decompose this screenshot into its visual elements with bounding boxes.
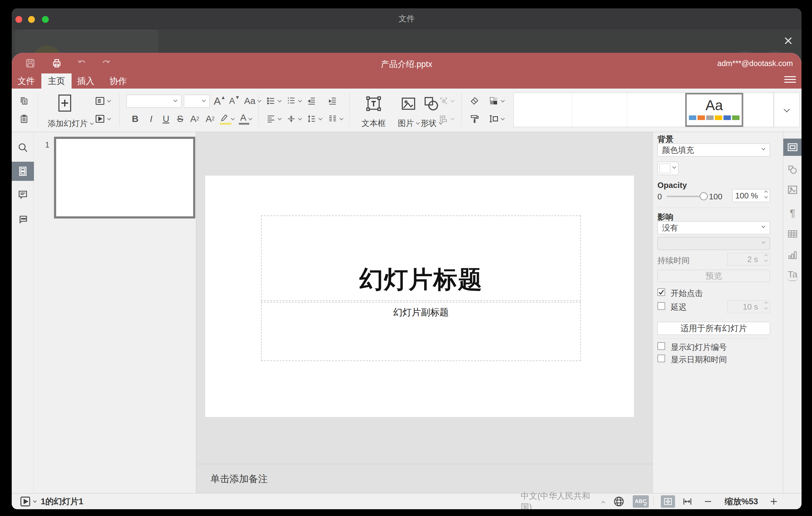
slides-panel-button[interactable] xyxy=(12,162,34,181)
shape-settings-button[interactable] xyxy=(786,163,799,176)
increase-indent-button[interactable] xyxy=(326,94,339,108)
fill-color-picker[interactable] xyxy=(658,162,678,175)
numbered-list-button[interactable] xyxy=(285,94,303,108)
slide-layout-button[interactable] xyxy=(92,94,112,108)
increase-font-button[interactable]: A ▲ xyxy=(213,94,227,108)
comments-button[interactable] xyxy=(16,187,30,202)
fill-type-select[interactable]: 颜色填充 xyxy=(658,144,770,156)
tab-file[interactable]: 文件 xyxy=(14,74,38,89)
align-shapes-button[interactable] xyxy=(434,112,458,125)
preview-button[interactable]: 预览 xyxy=(658,270,770,282)
fit-to-slide-button[interactable] xyxy=(661,495,675,508)
subscript-button[interactable]: A2 xyxy=(203,112,217,125)
clear-style-button[interactable] xyxy=(467,94,482,108)
play-icon xyxy=(20,496,31,507)
opacity-max-label: 100 xyxy=(709,192,722,202)
duration-spinner[interactable]: 2 s xyxy=(727,253,770,266)
table-settings-button[interactable] xyxy=(786,227,799,241)
tab-insert[interactable]: 插入 xyxy=(72,74,100,89)
font-size-select[interactable] xyxy=(184,95,210,108)
highlight-color-button[interactable] xyxy=(218,112,236,125)
columns-button[interactable] xyxy=(326,112,344,125)
subtitle-placeholder[interactable]: 幻灯片副标题 xyxy=(261,302,581,361)
plus-icon xyxy=(769,497,778,506)
zoom-out-button[interactable] xyxy=(703,493,713,509)
start-slideshow-button[interactable] xyxy=(92,112,112,125)
tab-home[interactable]: 主页 xyxy=(41,74,71,89)
strikethrough-button[interactable]: S xyxy=(173,112,187,125)
copy-button[interactable] xyxy=(17,94,31,108)
decrease-font-button[interactable]: A ▼ xyxy=(228,94,241,108)
change-case-button[interactable]: Aa xyxy=(242,94,262,108)
title-placeholder[interactable]: 幻灯片标题 xyxy=(261,216,581,301)
arrange-button[interactable] xyxy=(434,94,458,108)
menu-button[interactable] xyxy=(784,76,796,84)
vertical-align-button[interactable] xyxy=(285,112,303,125)
effect-select[interactable]: 没有 xyxy=(658,221,770,234)
spinner-arrows-icon[interactable] xyxy=(765,302,767,309)
color-scheme-button[interactable] xyxy=(486,94,506,108)
font-name-select[interactable] xyxy=(126,95,181,108)
highlighter-icon xyxy=(220,113,229,122)
editor-header: 产品介绍.pptx adm***@dootask.com 文件 主页 插入 协作 xyxy=(12,53,802,89)
slide-settings-button[interactable] xyxy=(783,139,802,156)
textbox-label[interactable]: 文本框 xyxy=(357,118,390,129)
start-slideshow-status-button[interactable] xyxy=(20,493,36,509)
document-language-button[interactable] xyxy=(613,493,625,509)
horizontal-align-button[interactable] xyxy=(264,112,283,125)
zoom-level[interactable]: 缩放%53 xyxy=(721,493,761,509)
language-selector[interactable]: 中文(中华人民共和国) xyxy=(521,493,605,509)
document-title: 产品介绍.pptx xyxy=(12,59,802,70)
zoom-in-button[interactable] xyxy=(769,493,778,509)
opacity-value-spinner[interactable]: 100 % xyxy=(732,189,770,202)
show-date-time-checkbox[interactable] xyxy=(658,354,665,362)
image-settings-button[interactable] xyxy=(786,183,799,197)
slide-thumbnail[interactable] xyxy=(54,137,195,219)
comment-icon xyxy=(17,189,28,200)
copy-style-button[interactable] xyxy=(467,112,482,125)
effect-type-select[interactable] xyxy=(658,237,770,250)
delay-checkbox[interactable] xyxy=(658,302,665,310)
chevron-down-icon xyxy=(33,499,36,503)
start-on-click-checkbox[interactable] xyxy=(658,288,665,296)
align-left-icon xyxy=(266,114,276,124)
notes-area[interactable]: 单击添加备注 xyxy=(196,464,652,493)
slide-editing-surface[interactable]: 幻灯片标题 幻灯片副标题 xyxy=(205,176,634,417)
paragraph-settings-button[interactable]: ¶ xyxy=(786,206,799,220)
bullet-list-button[interactable] xyxy=(264,94,283,108)
textbox-button[interactable] xyxy=(357,93,390,114)
search-button[interactable] xyxy=(16,140,30,155)
delay-spinner[interactable]: 10 s xyxy=(727,300,770,313)
line-spacing-button[interactable] xyxy=(305,112,323,125)
decrease-indent-button[interactable] xyxy=(305,94,318,108)
underline-button[interactable]: U xyxy=(159,112,173,125)
spinner-arrows-icon[interactable] xyxy=(765,255,767,261)
font-color-button[interactable]: A xyxy=(237,112,255,125)
spinner-arrows-icon[interactable] xyxy=(765,191,767,198)
add-slide-label[interactable]: 添加幻灯片 xyxy=(42,118,98,129)
tab-collaboration[interactable]: 协作 xyxy=(104,74,132,89)
slide-size-button[interactable] xyxy=(486,112,506,125)
apply-to-all-button[interactable]: 适用于所有幻灯片 xyxy=(658,322,770,335)
textart-settings-button[interactable]: Ta xyxy=(786,268,799,282)
fit-to-width-button[interactable] xyxy=(682,493,693,509)
superscript-button[interactable]: A2 xyxy=(187,112,202,125)
close-button[interactable] xyxy=(783,35,793,46)
spell-check-toggle[interactable]: ABC xyxy=(633,495,649,508)
copy-icon xyxy=(19,96,29,106)
thumbnail-number: 1 xyxy=(45,140,49,150)
theme-item-selected[interactable]: Aa xyxy=(685,93,743,127)
play-icon xyxy=(95,114,105,124)
chevron-down-icon xyxy=(248,116,252,120)
bold-button[interactable]: B xyxy=(128,112,142,125)
fit-slide-icon xyxy=(663,497,672,506)
show-slide-number-checkbox[interactable] xyxy=(658,342,665,350)
theme-gallery-expand-button[interactable] xyxy=(774,93,800,127)
chat-button[interactable] xyxy=(16,212,30,227)
eraser-icon xyxy=(469,96,480,106)
paste-button[interactable] xyxy=(17,112,31,125)
chart-settings-button[interactable] xyxy=(786,248,799,262)
opacity-slider-handle[interactable] xyxy=(700,192,708,200)
italic-button[interactable]: I xyxy=(144,112,158,125)
add-slide-button[interactable] xyxy=(58,94,71,112)
